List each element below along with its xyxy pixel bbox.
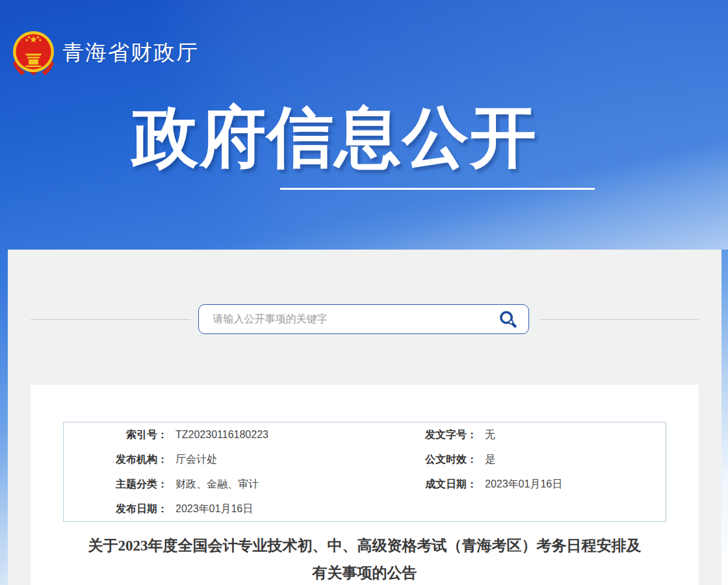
banner-title: 政府信息公开 [132, 101, 538, 173]
meta-value: 2023年01月16日 [168, 502, 422, 516]
meta-value: 无 [477, 428, 666, 442]
search-button[interactable] [498, 309, 519, 330]
article-title: 关于2023年度全国会计专业技术初、中、高级资格考试（青海考区）考务日程安排及 … [31, 532, 699, 585]
meta-label: 索引号： [64, 428, 168, 442]
table-row: 索引号： TZ20230116180223 发文字号： 无 [64, 422, 666, 447]
search-icon [498, 309, 519, 330]
search-row [31, 304, 699, 334]
divider-line-left [31, 319, 190, 320]
meta-value: 财政、金融、审计 [168, 478, 422, 491]
article-title-line: 关于2023年度全国会计专业技术初、中、高级资格考试（青海考区）考务日程安排及 [31, 532, 699, 560]
national-emblem-icon [10, 30, 57, 76]
table-row: 发布机构： 厅会计处 公文时效： 是 [64, 447, 666, 472]
document-sheet: 索引号： TZ20230116180223 发文字号： 无 发布机构： 厅会计处… [31, 385, 699, 585]
meta-label: 主题分类： [64, 478, 168, 491]
article-title-line: 有关事项的公告 [31, 560, 699, 585]
meta-value: 厅会计处 [168, 453, 422, 467]
header-banner: 青海省财政厅 政府信息公开 [0, 0, 728, 250]
meta-value: 是 [477, 453, 666, 467]
meta-label: 成文日期： [422, 478, 477, 491]
site-name: 青海省财政厅 [62, 38, 199, 68]
meta-label: 公文时效： [422, 453, 477, 467]
search-box [198, 304, 529, 334]
table-row: 主题分类： 财政、金融、审计 成文日期： 2023年01月16日 [64, 472, 666, 497]
content-panel: 索引号： TZ20230116180223 发文字号： 无 发布机构： 厅会计处… [8, 250, 722, 585]
meta-label: 发布日期： [64, 502, 168, 516]
meta-label: 发文字号： [422, 428, 477, 442]
divider-line-right [540, 319, 699, 320]
meta-value: TZ20230116180223 [168, 429, 422, 441]
meta-value: 2023年01月16日 [477, 478, 666, 491]
search-input[interactable] [198, 304, 529, 334]
document-meta-table: 索引号： TZ20230116180223 发文字号： 无 发布机构： 厅会计处… [63, 422, 666, 522]
table-row: 发布日期： 2023年01月16日 [64, 497, 666, 521]
banner-title-underline [280, 188, 595, 190]
meta-label: 发布机构： [64, 453, 168, 467]
site-brand[interactable]: 青海省财政厅 [10, 30, 199, 76]
